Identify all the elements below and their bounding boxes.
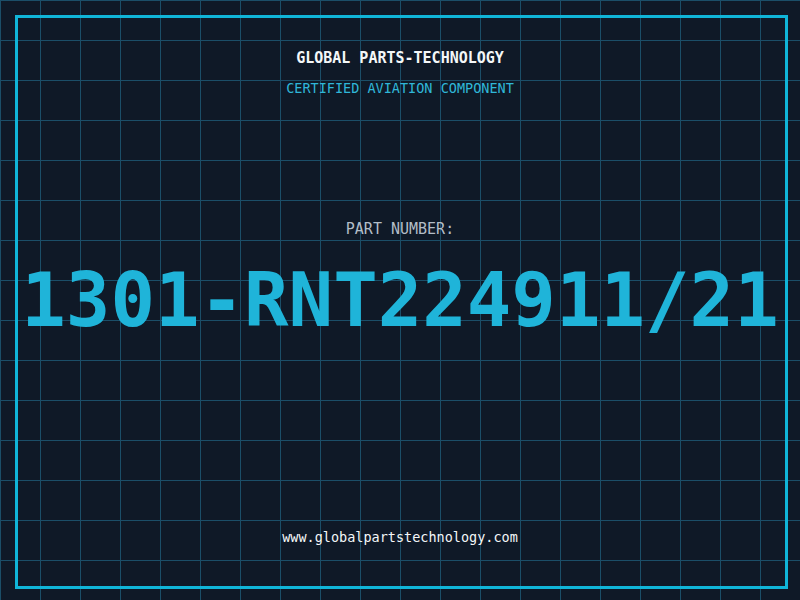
certification-tagline: CERTIFIED AVIATION COMPONENT [0,81,800,96]
part-label-board: GLOBAL PARTS-TECHNOLOGY CERTIFIED AVIATI… [0,0,800,600]
company-name: GLOBAL PARTS-TECHNOLOGY [0,50,800,66]
website-url: www.globalpartstechnology.com [0,530,800,545]
part-number-label: PART NUMBER: [0,221,800,237]
part-number-value: 1301-RNT224911/21 [0,262,800,338]
